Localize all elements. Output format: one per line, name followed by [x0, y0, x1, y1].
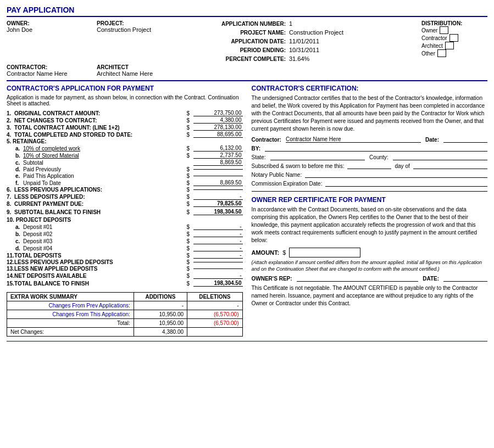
cert-day-value: [413, 169, 487, 169]
deposit-b: b. Deposit #02 $ -: [7, 231, 243, 237]
line-3-amount: 278,130.00: [193, 124, 243, 131]
line-8-dollar: $: [187, 201, 193, 207]
owner-cert-text: In accordance with the Contract Document…: [252, 206, 488, 244]
line-15-amount: 198,304.50: [193, 280, 243, 287]
owner-cert-footer: This Certificate is not negotiable. The …: [252, 284, 488, 307]
app-date-value: 11/01/2011: [289, 38, 319, 44]
owner-cert-amount-dollar: $: [282, 249, 286, 256]
line-9: 9. SUBTOTAL BALANCE TO FINISH $ 198,304.…: [7, 209, 243, 215]
owner-cert-amount-input[interactable]: [289, 248, 360, 257]
contractor-label: CONTRACTOR:: [7, 64, 95, 70]
line-14-dollar: $: [187, 273, 193, 279]
dist-architect-row: Architect: [421, 42, 487, 49]
cert-date-label: Date:: [425, 137, 439, 143]
period-ending-value: 10/31/2011: [289, 47, 319, 53]
extra-work-row-1: Changes From This Application: 10,950.00…: [7, 310, 243, 319]
line-2-amount: 4,380.00: [193, 117, 243, 124]
cert-date-value: [443, 142, 487, 143]
dist-owner-checkbox[interactable]: [440, 26, 448, 34]
line-4-label: TOTAL COMPLETED AND STORED TO DATE:: [14, 132, 187, 138]
line-4: 4. TOTAL COMPLETED AND STORED TO DATE: $…: [7, 131, 243, 138]
retainage-a-amount: 6,132.00: [193, 145, 243, 152]
retainage-e-amount: [193, 176, 243, 176]
line-8-amount: 79,825.50: [193, 200, 243, 207]
contractor-section: CONTRACTOR: Contractor Name Here: [7, 64, 95, 77]
extra-work-row-0: Changes From Prev Applications: - -: [7, 301, 243, 310]
app-date-label: APPLICATION DATE:: [198, 38, 286, 44]
cert-day-label: day of: [395, 163, 409, 169]
deposit-c: c. Deposit #03 $ -: [7, 238, 243, 244]
right-info-section: APPLICATION NUMBER: 1 PROJECT NAME: Cons…: [198, 20, 419, 62]
line-11-dollar: $: [187, 253, 193, 259]
owner-cert-date-value: [443, 281, 487, 282]
line-14-num: 14.: [7, 273, 14, 279]
retainage-e-label: Paid This Application: [23, 173, 187, 179]
percent-complete-label: PERCENT COMPLETE:: [198, 56, 286, 62]
line-4-num: 4.: [7, 132, 14, 138]
line-3: 3. TOTAL CONTRACT AMOUNT: (line 1+2) $ 2…: [7, 124, 243, 131]
line-14: 14. NET DEPOSITS AVAILABLE $ -: [7, 272, 243, 279]
line-1-num: 1.: [7, 110, 14, 116]
line-13-label: LESS NEW APPLIED DEPOSITS: [14, 266, 187, 272]
line-2-dollar: $: [187, 117, 193, 124]
project-label: PROJECT:: [97, 20, 196, 26]
extra-work-row-0-label: Changes From Prev Applications:: [7, 301, 134, 310]
dist-other-checkbox[interactable]: [437, 49, 446, 57]
line-11-label: TOTAL DEPOSITS: [14, 253, 187, 259]
cert-subscribed-label: Subscribed & sworn to before me this:: [252, 163, 345, 169]
deposit-d-dollar: $: [187, 245, 193, 251]
retainage-c-label: Subtotal: [23, 160, 187, 166]
app-number-value: 1: [289, 20, 292, 27]
retainage-e: e. Paid This Application $: [7, 173, 243, 179]
extra-work-row-2-additions: 10,950.00: [134, 319, 187, 328]
line-8-num: 8.: [7, 201, 14, 207]
deposit-a-label: Deposit #01: [23, 224, 187, 230]
dist-architect-label: Architect: [421, 43, 443, 49]
line-7-dollar: $: [187, 194, 193, 200]
retainage-a-alpha: a.: [15, 145, 23, 152]
dist-owner-label: Owner: [421, 27, 437, 33]
line-12-dollar: $: [187, 259, 193, 265]
cert-state-value: [270, 160, 365, 160]
cert-contractor-label: Contractor:: [252, 137, 281, 143]
line-2-num: 2.: [7, 117, 14, 124]
retainage-f-amount: 8,869.50: [193, 180, 243, 186]
line-13-num: 13.: [7, 266, 14, 272]
extra-work-net-label: Net Changes:: [7, 328, 134, 337]
retainage-c-alpha: c.: [15, 160, 23, 166]
dist-contractor-checkbox[interactable]: [449, 34, 458, 42]
line-2: 2. NET CHANGES TO CONTRACT: $ 4,380.00: [7, 117, 243, 124]
extra-work-row-1-deletions: (6,570.00): [187, 310, 242, 319]
extra-work-net-empty: [187, 328, 242, 337]
app-number-label: APPLICATION NUMBER:: [198, 21, 286, 27]
project-name-label: PROJECT NAME:: [198, 30, 286, 36]
owner-label: OWNER:: [7, 20, 95, 26]
owner-section: OWNER: John Doe: [7, 20, 95, 62]
extra-work-row-0-deletions: -: [187, 301, 242, 310]
contractors-application-subtitle: Application is made for payment, as show…: [7, 94, 243, 107]
retainage-b: b. 10% of Stored Material $ 2,737.50: [7, 152, 243, 159]
extra-work-table: EXTRA WORK SUMMARY ADDITIONS DELETIONS C…: [7, 292, 243, 337]
cert-contractor-value: Contractor Name Here: [286, 136, 421, 143]
line-6-num: 6.: [7, 187, 14, 193]
line-8: 8. CURRENT PAYMENT DUE: $ 79,825.50: [7, 200, 243, 207]
deposit-a-amount: -: [193, 223, 243, 230]
owner-cert-title: OWNER REP CERTIFICATE FOR PAYMENT: [252, 196, 488, 204]
owner-cert-date-label: DATE:: [423, 276, 439, 282]
line-3-num: 3.: [7, 125, 14, 131]
dist-architect-checkbox[interactable]: [445, 42, 454, 49]
retainage-f-alpha: f.: [15, 180, 23, 186]
line-12: 12. LESS PREVIOUS APPLIED DEPOSITS $: [7, 259, 243, 265]
line-8-label: CURRENT PAYMENT DUE:: [14, 201, 187, 207]
deposit-c-alpha: c.: [15, 238, 23, 244]
line-4-dollar: $: [187, 132, 193, 138]
extra-work-net-value: 4,380.00: [134, 328, 187, 337]
deposit-d-alpha: d.: [15, 245, 23, 251]
deposit-b-label: Deposit #02: [23, 231, 187, 237]
deposit-d-label: Deposit #04: [23, 245, 187, 251]
line-1-dollar: $: [187, 110, 193, 116]
extra-work-net-row: Net Changes: 4,380.00: [7, 328, 243, 337]
architect-value: Architect Name Here: [97, 70, 196, 77]
retainage-f: f. Unpaid To Date $ 8,869.50: [7, 180, 243, 186]
project-deposits-label: 10. PROJECT DEPOSITS: [7, 217, 243, 223]
